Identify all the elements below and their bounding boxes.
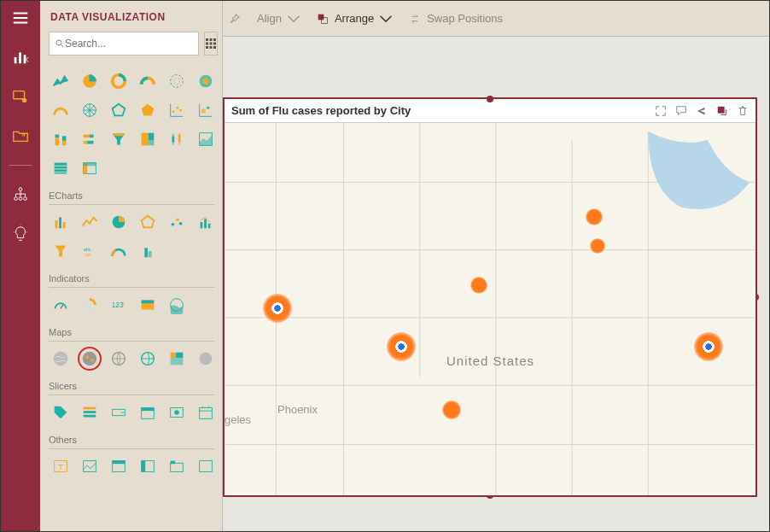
panel-widget-icon[interactable] <box>136 454 160 478</box>
globe-grey-icon[interactable] <box>194 347 218 371</box>
svg-rect-97 <box>171 461 176 465</box>
polygon-chart-icon[interactable] <box>136 98 160 122</box>
echart-pie-icon[interactable] <box>107 210 131 234</box>
search-input[interactable] <box>65 38 193 50</box>
map-widget[interactable]: Sum of Flu cases reported by City <box>223 97 757 497</box>
container-widget-icon[interactable] <box>107 454 131 478</box>
resize-handle-top[interactable] <box>487 96 493 102</box>
map-background: United States Phoenix geles <box>225 123 755 495</box>
gauge-indicator-icon[interactable] <box>49 293 73 317</box>
charts-nav-icon[interactable] <box>10 47 31 67</box>
svg-rect-96 <box>171 463 184 471</box>
svg-point-56 <box>176 218 179 221</box>
comment-icon[interactable] <box>675 105 687 117</box>
map-marker[interactable] <box>470 277 487 294</box>
pivot-table-icon[interactable] <box>78 156 102 180</box>
svg-rect-58 <box>201 222 203 228</box>
echart-blank-1 <box>165 239 189 263</box>
map-marker-ring[interactable] <box>263 294 292 323</box>
range-slicer-icon[interactable] <box>165 400 189 424</box>
echart-bar2-icon[interactable] <box>136 239 160 263</box>
funnel-chart-icon[interactable] <box>107 127 131 151</box>
half-donut-icon[interactable] <box>136 69 160 93</box>
progress-ring-icon[interactable] <box>78 293 102 317</box>
grid-view-toggle[interactable] <box>204 32 218 56</box>
calendar-slicer-icon[interactable] <box>194 400 218 424</box>
svg-point-28 <box>172 110 175 113</box>
svg-rect-40 <box>87 141 93 144</box>
donut-chart-icon[interactable] <box>107 69 131 93</box>
svg-rect-98 <box>200 461 213 472</box>
date-slicer-icon[interactable] <box>136 400 160 424</box>
echart-line-icon[interactable] <box>78 210 102 234</box>
candlestick-icon[interactable] <box>165 127 189 151</box>
arrange-icon <box>316 12 330 26</box>
kpi-number-icon[interactable]: 123 <box>107 293 131 317</box>
search-box[interactable] <box>49 32 199 56</box>
map-body[interactable]: United States Phoenix geles <box>225 123 755 495</box>
stacked-bar-h-icon[interactable] <box>78 127 102 151</box>
folder-export-icon[interactable] <box>10 126 31 146</box>
line-chart-icon[interactable] <box>49 69 73 93</box>
radar-chart-icon[interactable] <box>78 98 102 122</box>
bubble-chart-icon[interactable] <box>194 98 218 122</box>
svg-point-7 <box>19 197 22 201</box>
echart-funnel-icon[interactable] <box>49 239 73 263</box>
list-slicer-icon[interactable] <box>78 400 102 424</box>
map-marker[interactable] <box>586 208 603 225</box>
echart-combo-icon[interactable] <box>194 210 218 234</box>
hamburger-icon[interactable] <box>10 8 31 28</box>
pie-chart-icon[interactable] <box>78 69 102 93</box>
svg-rect-37 <box>84 135 90 138</box>
treemap-icon[interactable] <box>136 127 160 151</box>
svg-rect-14 <box>213 38 216 41</box>
image-widget-icon[interactable] <box>78 454 102 478</box>
arc-chart-icon[interactable] <box>49 98 73 122</box>
liquid-fill-icon[interactable] <box>165 293 189 317</box>
radial-chart-icon[interactable] <box>165 69 189 93</box>
user-dashboard-icon[interactable] <box>10 86 31 107</box>
tabs-widget-icon[interactable] <box>165 454 189 478</box>
world-map-grey-icon[interactable] <box>49 347 73 371</box>
align-dropdown[interactable]: Align <box>257 12 300 26</box>
text-widget-icon[interactable]: T <box>49 454 73 478</box>
swap-label: Swap Positions <box>427 12 503 25</box>
stacked-bar-icon[interactable] <box>49 127 73 151</box>
svg-rect-77 <box>176 353 183 358</box>
dropdown-slicer-icon[interactable] <box>107 400 131 424</box>
share-icon[interactable] <box>696 105 708 117</box>
scatter-chart-icon[interactable] <box>165 98 189 122</box>
echart-pentagon-icon[interactable] <box>136 210 160 234</box>
hierarchy-icon[interactable] <box>10 184 31 205</box>
swap-positions-button[interactable]: Swap Positions <box>408 12 503 26</box>
globe-teal-icon[interactable] <box>136 347 160 371</box>
echart-gauge-icon[interactable] <box>107 239 131 263</box>
heat-map-icon[interactable] <box>78 347 102 371</box>
pentagon-chart-icon[interactable] <box>107 98 131 122</box>
sunburst-icon[interactable] <box>194 69 218 93</box>
map-marker-ring[interactable] <box>694 332 723 361</box>
tag-slicer-icon[interactable] <box>49 400 73 424</box>
choropleth-icon[interactable] <box>165 347 189 371</box>
design-canvas[interactable]: Drag and Drop Heat Map Here Sum of Flu c… <box>223 37 769 531</box>
trash-icon[interactable] <box>737 105 749 117</box>
area-chart-icon[interactable] <box>194 127 218 151</box>
echart-scatter-icon[interactable] <box>165 210 189 234</box>
echart-bar-icon[interactable] <box>49 210 73 234</box>
fullscreen-icon[interactable] <box>655 105 667 117</box>
map-marker[interactable] <box>442 400 461 419</box>
iframe-widget-icon[interactable] <box>194 454 218 478</box>
svg-rect-2 <box>24 55 26 63</box>
lightbulb-icon[interactable] <box>10 224 31 244</box>
globe-outline-icon[interactable] <box>107 347 131 371</box>
map-marker[interactable] <box>590 238 605 254</box>
kpi-card-icon[interactable] <box>136 293 160 317</box>
map-marker-ring[interactable] <box>387 332 416 361</box>
export-icon[interactable] <box>716 105 728 117</box>
pin-button[interactable] <box>228 12 242 26</box>
arrange-dropdown[interactable]: Arrange <box>316 12 393 26</box>
svg-rect-45 <box>178 135 181 143</box>
table-icon[interactable] <box>49 156 73 180</box>
echart-wordcloud-icon[interactable]: abcxyz <box>78 239 102 263</box>
chevron-down-icon <box>379 12 393 26</box>
